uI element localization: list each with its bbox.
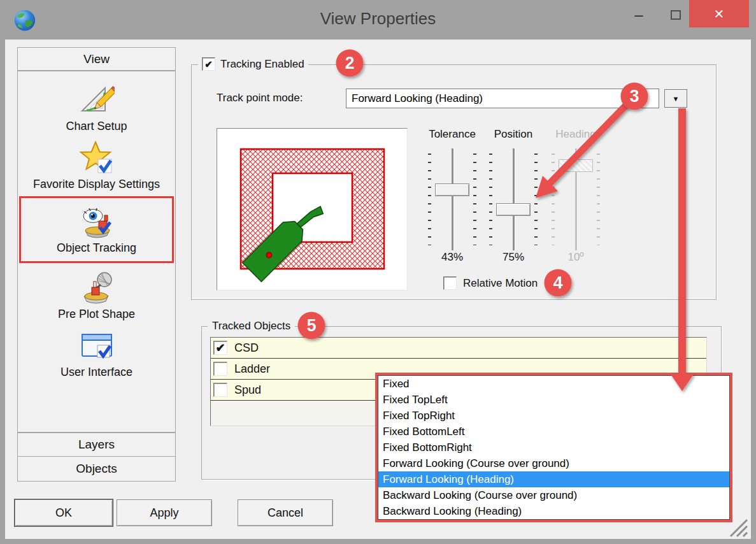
- tick-marks: [473, 154, 476, 245]
- tracking-preview: [217, 128, 408, 290]
- dropdown-option-backward-cog[interactable]: Backward Looking (Course over ground): [378, 487, 729, 503]
- object-tracking-icon: [79, 203, 115, 240]
- tracking-enabled-label: Tracking Enabled: [220, 58, 304, 71]
- tolerance-slider-track-area[interactable]: [428, 148, 476, 250]
- sidebar-item-object-tracking[interactable]: Object Tracking: [19, 196, 174, 263]
- tolerance-slider: Tolerance 43%: [422, 128, 483, 265]
- tracked-objects-title: Tracked Objects: [208, 320, 295, 333]
- sidebar-header-view[interactable]: View: [17, 47, 176, 71]
- objects-button-label: Objects: [76, 462, 117, 476]
- relative-motion-label: Relative Motion: [463, 277, 538, 290]
- user-interface-icon: [79, 327, 115, 364]
- dropdown-option-fixed-topleft[interactable]: Fixed TopLeft: [378, 392, 729, 408]
- sidebar-header-label: View: [83, 52, 110, 66]
- tolerance-value: 43%: [422, 251, 483, 264]
- layers-button[interactable]: Layers: [17, 433, 176, 457]
- favorite-star-icon: [79, 140, 115, 176]
- pre-plot-shape-icon: [79, 269, 115, 306]
- sidebar-item-chart-setup[interactable]: Chart Setup: [19, 78, 174, 136]
- tracking-enabled-checkbox[interactable]: ✔: [202, 57, 215, 71]
- dropdown-option-fixed-bottomright[interactable]: Fixed BottomRight: [378, 440, 729, 455]
- dropdown-option-forward-heading[interactable]: Forward Looking (Heading): [378, 471, 729, 487]
- tick-marks: [489, 154, 492, 245]
- track-point-mode-dropdown-list: Fixed Fixed TopLeft Fixed TopRight Fixed…: [375, 373, 732, 522]
- dropdown-options: Fixed Fixed TopLeft Fixed TopRight Fixed…: [378, 375, 730, 520]
- objects-button[interactable]: Objects: [17, 456, 176, 482]
- tick-marks: [534, 154, 538, 245]
- tracked-object-label: CSD: [234, 341, 259, 355]
- combobox-dropdown-button[interactable]: ▼: [664, 89, 687, 108]
- apply-button-label: Apply: [150, 506, 178, 520]
- position-slider-track-area[interactable]: [489, 148, 538, 250]
- sidebar-nav: Chart Setup Favorite Display Settings: [17, 71, 176, 433]
- sidebar-item-label: Object Tracking: [57, 241, 136, 255]
- checkmark-icon: ✔: [204, 59, 213, 69]
- sidebar-item-user-interface[interactable]: User Interface: [19, 324, 174, 382]
- position-value: 75%: [483, 251, 544, 264]
- tracked-object-label: Ladder: [234, 362, 270, 376]
- minimize-button[interactable]: –: [625, 4, 653, 25]
- heading-label: Heading: [545, 128, 606, 141]
- tolerance-label: Tolerance: [422, 128, 483, 141]
- heading-value: 10º: [545, 251, 606, 264]
- cancel-button[interactable]: Cancel: [238, 499, 333, 526]
- dropdown-option-fixed-bottomleft[interactable]: Fixed BottomLeft: [378, 424, 729, 440]
- sidebar-item-pre-plot-shape[interactable]: Pre Plot Shape: [19, 266, 174, 324]
- position-slider-thumb[interactable]: [496, 203, 531, 216]
- heading-slider: Heading 10º: [545, 128, 606, 265]
- tolerance-slider-thumb[interactable]: [435, 183, 469, 196]
- spud-checkbox[interactable]: [213, 383, 227, 397]
- heading-slider-thumb: [559, 159, 593, 172]
- tracking-enabled-row: ✔ Tracking Enabled: [198, 57, 308, 71]
- close-icon: ✕: [714, 6, 725, 22]
- sidebar-item-favorite-display-settings[interactable]: Favorite Display Settings: [19, 136, 174, 194]
- tracking-preview-graphic: [217, 129, 407, 290]
- dropdown-option-backward-heading[interactable]: Backward Looking (Heading): [378, 503, 729, 519]
- slider-track: [513, 148, 515, 250]
- maximize-button[interactable]: [662, 4, 690, 25]
- tick-marks: [597, 154, 600, 245]
- dropdown-option-fixed[interactable]: Fixed: [378, 376, 729, 392]
- tick-marks: [552, 154, 555, 245]
- chevron-down-icon: ▼: [673, 95, 680, 103]
- minimize-icon: –: [634, 6, 643, 24]
- heading-slider-track-area: [552, 148, 600, 250]
- relative-motion-checkbox[interactable]: [443, 276, 457, 290]
- close-button[interactable]: ✕: [689, 0, 749, 27]
- chart-setup-icon: [79, 82, 115, 118]
- dialog-body: View Chart Setup: [5, 39, 751, 539]
- dropdown-option-fixed-topright[interactable]: Fixed TopRight: [378, 408, 729, 424]
- sidebar-item-label: Favorite Display Settings: [33, 178, 160, 191]
- tracked-object-label: Spud: [234, 383, 261, 397]
- position-label: Position: [483, 128, 544, 141]
- sidebar-item-label: Chart Setup: [66, 120, 127, 133]
- maximize-icon: [671, 10, 681, 20]
- titlebar: View Properties – ✕: [0, 0, 756, 39]
- checkmark-icon: ✔: [215, 342, 225, 354]
- dropdown-option-forward-cog[interactable]: Forward Looking (Course over ground): [378, 455, 729, 471]
- slider-track: [452, 148, 453, 250]
- layers-button-label: Layers: [78, 438, 115, 452]
- sidebar-item-label: User Interface: [61, 366, 132, 379]
- view-properties-window: View Properties – ✕ View: [0, 0, 756, 544]
- track-point-mode-combobox[interactable]: Forward Looking (Heading): [346, 89, 659, 108]
- sidebar-item-label: Pre Plot Shape: [58, 308, 135, 321]
- tick-marks: [428, 154, 431, 245]
- apply-button[interactable]: Apply: [117, 499, 212, 526]
- ok-button[interactable]: OK: [15, 499, 113, 526]
- csd-checkbox[interactable]: ✔: [213, 341, 227, 355]
- position-slider: Position 75%: [483, 128, 544, 265]
- relative-motion-row: Relative Motion: [443, 276, 538, 290]
- tracked-object-row-csd[interactable]: ✔ CSD: [211, 338, 706, 359]
- ladder-checkbox[interactable]: [213, 362, 227, 376]
- ok-button-label: OK: [55, 506, 72, 520]
- track-point-mode-label: Track point mode:: [217, 92, 303, 104]
- cancel-button-label: Cancel: [267, 506, 303, 520]
